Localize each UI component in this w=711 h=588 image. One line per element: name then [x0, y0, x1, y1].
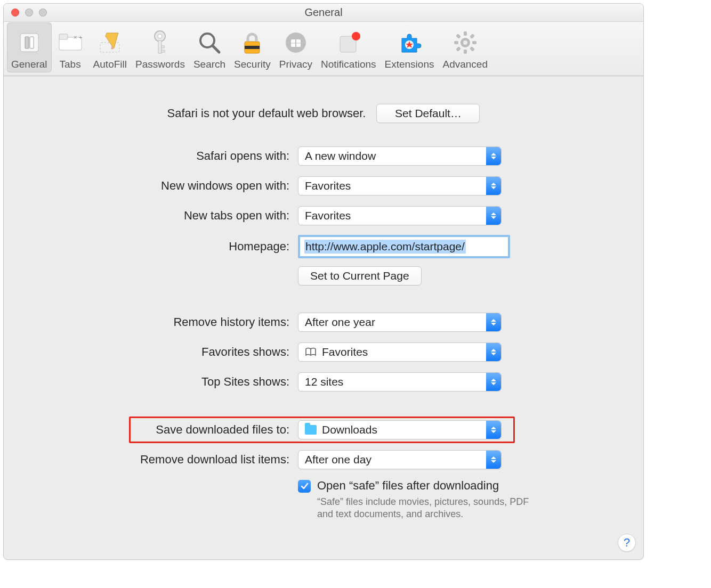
autofill-icon [96, 29, 124, 56]
help-button[interactable]: ? [618, 534, 636, 552]
homepage-field[interactable]: http://www.apple.com/startpage/ [298, 235, 510, 258]
book-icon [305, 347, 317, 357]
chevron-updown-icon [486, 207, 501, 225]
tab-label: Extensions [385, 59, 434, 70]
svg-rect-1 [25, 37, 29, 48]
general-icon [15, 29, 43, 56]
chevron-updown-icon [486, 147, 501, 165]
help-icon: ? [624, 536, 630, 550]
titlebar: General [4, 4, 643, 22]
extensions-icon [395, 29, 423, 56]
svg-rect-35 [456, 46, 461, 52]
open-safe-files-checkbox[interactable] [298, 480, 311, 493]
svg-point-11 [158, 34, 162, 38]
default-browser-message: Safari is not your default web browser. [167, 107, 366, 120]
chevron-updown-icon [486, 421, 501, 439]
svg-rect-13 [161, 50, 165, 52]
tab-notifications[interactable]: Notifications [317, 22, 381, 72]
default-browser-row: Safari is not your default web browser. … [20, 97, 627, 129]
tab-autofill[interactable]: AutoFill [89, 22, 131, 72]
tab-label: Notifications [321, 59, 376, 70]
select-value: Favorites [305, 209, 351, 222]
save-downloads-label: Save downloaded files to: [20, 423, 298, 437]
opens-with-select[interactable]: A new window [298, 146, 502, 166]
tab-privacy[interactable]: Privacy [275, 22, 317, 72]
svg-rect-32 [472, 41, 476, 44]
tab-label: Advanced [442, 59, 488, 70]
svg-rect-4 [59, 34, 68, 39]
lock-icon [238, 29, 266, 56]
svg-rect-29 [464, 31, 467, 36]
tab-tabs[interactable]: × + Tabs [52, 22, 89, 72]
tab-general[interactable]: General [7, 22, 52, 72]
remove-history-label: Remove history items: [20, 315, 298, 329]
svg-rect-0 [20, 34, 38, 52]
folder-icon [305, 425, 317, 435]
select-value: 12 sites [305, 375, 343, 388]
svg-rect-33 [456, 34, 461, 39]
svg-rect-2 [30, 37, 34, 48]
svg-rect-36 [470, 34, 475, 39]
remove-downloads-select[interactable]: After one day [298, 450, 502, 469]
preferences-window: General General × + Tabs [3, 3, 644, 560]
tab-label: AutoFill [93, 59, 127, 70]
select-value: After one year [305, 316, 375, 329]
tab-label: Tabs [60, 59, 81, 70]
svg-rect-12 [158, 40, 161, 53]
save-downloads-select[interactable]: Downloads [298, 420, 502, 439]
svg-line-16 [213, 46, 219, 52]
tab-advanced[interactable]: Advanced [438, 22, 492, 72]
remove-downloads-label: Remove download list items: [20, 453, 298, 467]
set-default-button[interactable]: Set Default… [376, 104, 480, 123]
svg-text:×: × [74, 34, 77, 40]
select-value: Favorites [322, 346, 368, 358]
new-windows-select[interactable]: Favorites [298, 176, 502, 195]
tab-label: General [11, 59, 47, 70]
select-value: Favorites [305, 179, 351, 192]
svg-rect-34 [470, 46, 475, 52]
chevron-updown-icon [486, 177, 501, 195]
new-tabs-label: New tabs open with: [20, 209, 298, 223]
favorites-shows-label: Favorites shows: [20, 345, 298, 359]
tab-label: Security [234, 59, 271, 70]
select-value: After one day [305, 453, 371, 466]
window-title: General [4, 6, 643, 19]
tab-search[interactable]: Search [189, 22, 230, 72]
notifications-icon [335, 29, 362, 56]
tab-label: Search [193, 59, 225, 70]
set-current-page-button[interactable]: Set to Current Page [298, 266, 422, 285]
tab-passwords[interactable]: Passwords [131, 22, 189, 72]
remove-history-select[interactable]: After one year [298, 313, 502, 332]
svg-rect-18 [245, 46, 260, 49]
new-windows-label: New windows open with: [20, 179, 298, 193]
chevron-updown-icon [486, 373, 501, 391]
chevron-updown-icon [486, 313, 501, 331]
key-icon [146, 29, 174, 56]
tab-security[interactable]: Security [230, 22, 275, 72]
tab-extensions[interactable]: Extensions [381, 22, 439, 72]
topsites-shows-select[interactable]: 12 sites [298, 372, 502, 391]
general-pane: Safari is not your default web browser. … [4, 76, 643, 542]
svg-rect-30 [464, 50, 467, 54]
tabs-icon: × + [56, 29, 84, 56]
open-safe-files-label: Open “safe” files after downloading [317, 479, 499, 493]
chevron-updown-icon [486, 343, 501, 361]
svg-point-24 [352, 32, 360, 40]
homepage-value: http://www.apple.com/startpage/ [304, 240, 466, 254]
select-value: A new window [305, 150, 376, 162]
opens-with-label: Safari opens with: [20, 149, 298, 163]
svg-rect-14 [161, 46, 164, 48]
tab-label: Passwords [135, 59, 185, 70]
chevron-updown-icon [486, 451, 501, 469]
favorites-shows-select[interactable]: Favorites [298, 342, 502, 362]
tab-label: Privacy [279, 59, 312, 70]
svg-rect-7 [100, 43, 119, 52]
new-tabs-select[interactable]: Favorites [298, 206, 502, 225]
open-safe-files-help: “Safe” files include movies, pictures, s… [20, 496, 542, 521]
topsites-shows-label: Top Sites shows: [20, 375, 298, 389]
privacy-icon [282, 29, 310, 56]
svg-text:+: + [79, 34, 82, 40]
preferences-toolbar: General × + Tabs AutoFill [4, 22, 643, 76]
gear-icon [451, 29, 479, 56]
search-icon [196, 29, 223, 56]
